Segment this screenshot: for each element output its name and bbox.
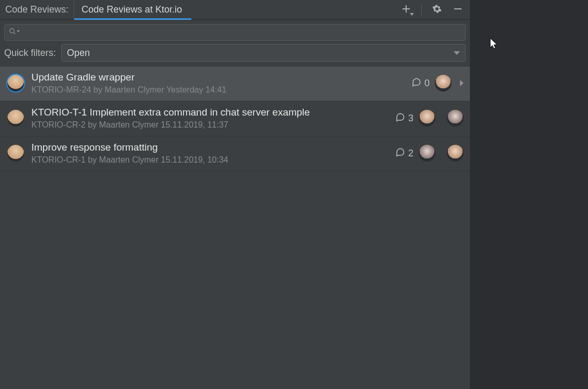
comment-icon (412, 77, 421, 89)
add-review-button[interactable] (400, 4, 412, 16)
quick-filter-value: Open (67, 48, 90, 59)
panel-header: Code Reviews: Code Reviews at Ktor.io (0, 0, 470, 20)
tab-label: Code Reviews at Ktor.io (82, 4, 182, 15)
comment-count[interactable]: 3 (396, 112, 413, 124)
settings-button[interactable] (431, 4, 443, 16)
review-right: 3 (396, 110, 464, 127)
review-item[interactable]: Improve response formatting KTORIO-CR-1 … (0, 136, 470, 171)
review-item[interactable]: KTORIO-T-1 Implement extra command in ch… (0, 101, 470, 136)
comment-count[interactable]: 2 (396, 147, 413, 159)
tab-code-reviews-ktor[interactable]: Code Reviews at Ktor.io (74, 0, 191, 19)
comment-number: 0 (424, 78, 430, 89)
comment-count[interactable]: 0 (412, 77, 430, 89)
reviewers (435, 75, 452, 91)
minimize-icon (454, 5, 462, 15)
hide-panel-button[interactable] (452, 4, 464, 16)
cursor-icon (490, 38, 499, 51)
review-right: 0 (412, 75, 464, 91)
reviewer-avatar[interactable] (435, 75, 452, 91)
chevron-right-icon[interactable] (460, 80, 464, 86)
review-meta: KTORIO-MR-24 by Maarten Clymer Yesterday… (31, 85, 405, 95)
comment-number: 2 (408, 148, 413, 159)
svg-rect-0 (454, 8, 462, 9)
review-body: Improve response formatting KTORIO-CR-1 … (31, 142, 388, 165)
search-row (0, 20, 470, 44)
review-right: 2 (396, 145, 464, 162)
reviewer-avatar[interactable] (419, 145, 435, 162)
comment-icon (396, 147, 405, 159)
reviewer-avatar[interactable] (447, 110, 464, 127)
author-avatar (7, 75, 24, 91)
search-box[interactable] (4, 24, 466, 41)
reviews-list: Update Gradle wrapper KTORIO-MR-24 by Ma… (0, 66, 470, 389)
svg-line-2 (14, 32, 15, 34)
separator (421, 4, 422, 16)
reviewer-avatar[interactable] (447, 145, 464, 162)
plus-icon (402, 5, 410, 15)
review-title: Improve response formatting (31, 142, 388, 153)
review-item[interactable]: Update Gradle wrapper KTORIO-MR-24 by Ma… (0, 66, 470, 101)
reviewers (419, 145, 464, 162)
reviewers (419, 110, 464, 127)
panel-title-label: Code Reviews: (0, 0, 74, 19)
chevron-down-icon (454, 51, 460, 55)
quick-filter-select[interactable]: Open (61, 44, 466, 62)
empty-side-area (470, 0, 588, 389)
gear-icon (432, 4, 442, 16)
review-title: KTORIO-T-1 Implement extra command in ch… (31, 107, 388, 118)
reviewer-avatar[interactable] (419, 110, 435, 127)
svg-point-1 (10, 29, 14, 33)
author-avatar (7, 110, 24, 127)
comment-number: 3 (408, 113, 413, 124)
review-meta: KTORIO-CR-2 by Maarten Clymer 15.11.2019… (31, 120, 388, 130)
author-avatar (7, 145, 24, 162)
review-body: KTORIO-T-1 Implement extra command in ch… (31, 107, 388, 130)
review-meta: KTORIO-CR-1 by Maarten Clymer 15.11.2019… (31, 155, 388, 165)
filters-row: Quick filters: Open (0, 44, 470, 66)
code-reviews-panel: Code Reviews: Code Reviews at Ktor.io (0, 0, 470, 389)
comment-icon (396, 112, 405, 124)
header-actions (397, 0, 470, 19)
filters-label: Quick filters: (4, 48, 56, 59)
search-icon (9, 28, 16, 37)
search-input[interactable] (19, 28, 461, 37)
review-title: Update Gradle wrapper (31, 72, 405, 83)
review-body: Update Gradle wrapper KTORIO-MR-24 by Ma… (31, 72, 405, 95)
